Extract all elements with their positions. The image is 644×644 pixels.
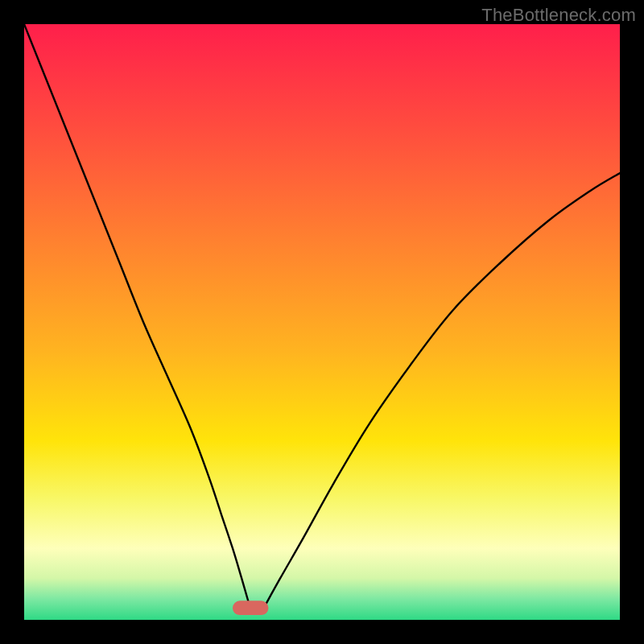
plot-area xyxy=(24,24,620,620)
watermark-text: TheBottleneck.com xyxy=(481,5,636,26)
chart-frame: TheBottleneck.com xyxy=(0,0,644,644)
marker-group xyxy=(233,601,268,615)
gradient-background xyxy=(24,24,620,620)
chart-svg xyxy=(24,24,620,620)
target-marker xyxy=(233,601,268,615)
